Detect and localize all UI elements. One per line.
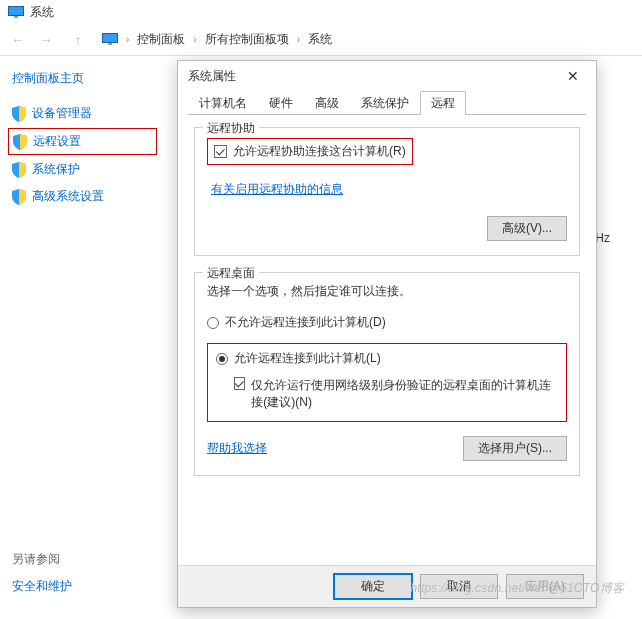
navigation-bar: ← → ↑ › 控制面板 › 所有控制面板项 › 系统 bbox=[0, 24, 642, 56]
disallow-remote-connections-radio[interactable]: 不允许远程连接到此计算机(D) bbox=[207, 314, 567, 331]
tab-advanced[interactable]: 高级 bbox=[304, 91, 350, 115]
system-icon bbox=[8, 6, 24, 19]
apply-button[interactable]: 应用(A) bbox=[506, 574, 584, 599]
sidebar-footer: 另请参阅 安全和维护 bbox=[12, 551, 72, 605]
select-users-button[interactable]: 选择用户(S)... bbox=[463, 436, 567, 461]
shield-icon bbox=[12, 106, 26, 122]
help-me-choose-link[interactable]: 帮助我选择 bbox=[207, 440, 267, 457]
svg-rect-0 bbox=[9, 7, 23, 15]
radio-icon bbox=[207, 317, 219, 329]
chevron-right-icon: › bbox=[295, 34, 302, 45]
tab-computer-name[interactable]: 计算机名 bbox=[188, 91, 258, 115]
tab-system-protection[interactable]: 系统保护 bbox=[350, 91, 420, 115]
breadcrumb-item[interactable]: 系统 bbox=[304, 29, 336, 50]
checkbox-icon bbox=[214, 145, 227, 158]
group-legend: 远程桌面 bbox=[203, 265, 259, 282]
svg-rect-3 bbox=[103, 34, 117, 42]
chevron-right-icon: › bbox=[124, 34, 131, 45]
svg-rect-2 bbox=[14, 16, 18, 18]
nla-only-checkbox[interactable]: 仅允许运行使用网络级别身份验证的远程桌面的计算机连接(建议)(N) bbox=[234, 377, 558, 411]
shield-icon bbox=[13, 134, 27, 150]
system-icon bbox=[102, 33, 118, 46]
sidebar-item-label: 系统保护 bbox=[32, 161, 80, 178]
window-titlebar: 系统 bbox=[0, 0, 642, 24]
sidebar-item-advanced-system-settings[interactable]: 高级系统设置 bbox=[8, 184, 157, 209]
sidebar-item-device-manager[interactable]: 设备管理器 bbox=[8, 101, 157, 126]
allow-remote-assistance-checkbox[interactable]: 允许远程协助连接这台计算机(R) bbox=[214, 143, 406, 160]
highlight-box: 允许远程连接到此计算机(L) 仅允许运行使用网络级别身份验证的远程桌面的计算机连… bbox=[207, 343, 567, 422]
system-properties-dialog: 系统属性 ✕ 计算机名 硬件 高级 系统保护 远程 远程协助 允许远程协助连接这… bbox=[177, 60, 597, 608]
tab-remote[interactable]: 远程 bbox=[420, 91, 466, 115]
ok-button[interactable]: 确定 bbox=[334, 574, 412, 599]
close-icon: ✕ bbox=[567, 68, 579, 84]
dialog-title: 系统属性 bbox=[188, 68, 560, 85]
breadcrumb-item[interactable]: 控制面板 bbox=[133, 29, 189, 50]
sidebar-item-system-protection[interactable]: 系统保护 bbox=[8, 157, 157, 182]
security-and-maintenance-link[interactable]: 安全和维护 bbox=[12, 578, 72, 595]
dialog-body: 远程协助 允许远程协助连接这台计算机(R) 有关启用远程协助的信息 高级(V).… bbox=[178, 115, 596, 565]
advanced-button[interactable]: 高级(V)... bbox=[487, 216, 567, 241]
group-legend: 远程协助 bbox=[203, 120, 259, 137]
checkbox-icon bbox=[234, 377, 245, 390]
highlight-box: 允许远程协助连接这台计算机(R) bbox=[207, 138, 413, 165]
control-panel-home-link[interactable]: 控制面板主页 bbox=[8, 68, 157, 101]
sidebar: 控制面板主页 设备管理器 远程设置 系统保护 高级系统设置 另请参阅 安全和维护 bbox=[0, 56, 165, 619]
nav-up-button[interactable]: ↑ bbox=[64, 26, 92, 54]
sidebar-item-label: 设备管理器 bbox=[32, 105, 92, 122]
window-title: 系统 bbox=[30, 4, 54, 21]
see-also-header: 另请参阅 bbox=[12, 551, 72, 568]
svg-rect-5 bbox=[108, 43, 112, 45]
breadcrumb: › 控制面板 › 所有控制面板项 › 系统 bbox=[124, 29, 336, 50]
dialog-footer: 确定 取消 应用(A) bbox=[178, 565, 596, 607]
tab-strip: 计算机名 硬件 高级 系统保护 远程 bbox=[178, 91, 596, 115]
nav-forward-button[interactable]: → bbox=[32, 26, 60, 54]
dialog-titlebar: 系统属性 ✕ bbox=[178, 61, 596, 91]
checkbox-label: 仅允许运行使用网络级别身份验证的远程桌面的计算机连接(建议)(N) bbox=[251, 377, 558, 411]
radio-label: 允许远程连接到此计算机(L) bbox=[234, 350, 381, 367]
radio-icon bbox=[216, 353, 228, 365]
breadcrumb-item[interactable]: 所有控制面板项 bbox=[201, 29, 293, 50]
close-button[interactable]: ✕ bbox=[560, 66, 586, 86]
sidebar-item-label: 高级系统设置 bbox=[32, 188, 104, 205]
remote-desktop-group: 远程桌面 选择一个选项，然后指定谁可以连接。 不允许远程连接到此计算机(D) 允… bbox=[194, 272, 580, 476]
sidebar-item-remote-settings[interactable]: 远程设置 bbox=[8, 128, 157, 155]
remote-assistance-group: 远程协助 允许远程协助连接这台计算机(R) 有关启用远程协助的信息 高级(V).… bbox=[194, 127, 580, 256]
chevron-right-icon: › bbox=[191, 34, 198, 45]
shield-icon bbox=[12, 162, 26, 178]
shield-icon bbox=[12, 189, 26, 205]
nav-back-button[interactable]: ← bbox=[4, 26, 32, 54]
remote-desktop-description: 选择一个选项，然后指定谁可以连接。 bbox=[207, 283, 567, 300]
allow-remote-connections-radio[interactable]: 允许远程连接到此计算机(L) bbox=[216, 350, 558, 367]
remote-assistance-info-link[interactable]: 有关启用远程协助的信息 bbox=[211, 181, 343, 198]
sidebar-item-label: 远程设置 bbox=[33, 133, 81, 150]
cancel-button[interactable]: 取消 bbox=[420, 574, 498, 599]
radio-label: 不允许远程连接到此计算机(D) bbox=[225, 314, 386, 331]
checkbox-label: 允许远程协助连接这台计算机(R) bbox=[233, 143, 406, 160]
tab-hardware[interactable]: 硬件 bbox=[258, 91, 304, 115]
